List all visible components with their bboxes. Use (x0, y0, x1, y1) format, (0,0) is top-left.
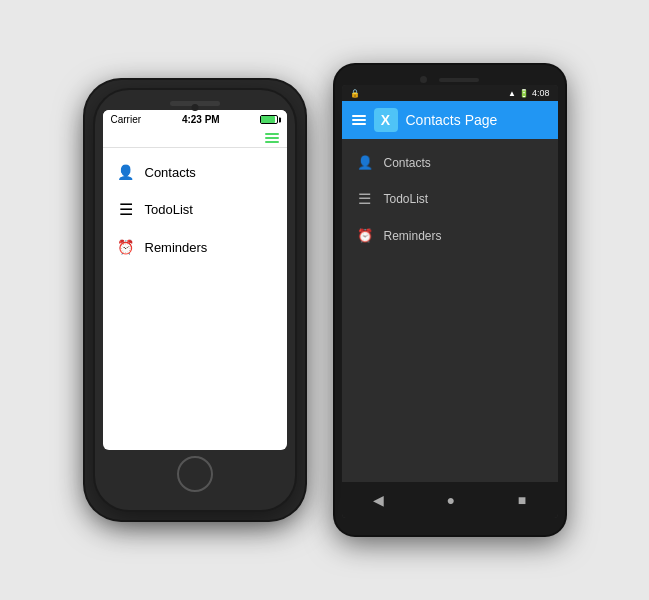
android-battery-icon: 🔋 (519, 89, 529, 98)
android-contacts-label: Contacts (384, 156, 431, 170)
android-screen: 🔒 ▲ 🔋 4:08 X Contacts Page 👤 C (342, 85, 558, 518)
android-home-button[interactable]: ● (437, 490, 465, 510)
android-nav-bar: ◀ ● ■ (342, 482, 558, 518)
ios-contacts-icon: 👤 (117, 164, 135, 180)
android-hamburger-button[interactable] (352, 115, 366, 125)
android-status-left: 🔒 (350, 89, 360, 98)
android-bottom-bar (342, 518, 558, 528)
android-phone: 🔒 ▲ 🔋 4:08 X Contacts Page 👤 C (335, 65, 565, 535)
ios-contacts-label: Contacts (145, 165, 196, 180)
ios-battery-area (260, 115, 278, 124)
ios-reminders-label: Reminders (145, 240, 208, 255)
android-recents-button[interactable]: ■ (508, 490, 536, 510)
android-toolbar-title: Contacts Page (406, 112, 498, 128)
android-speaker (439, 78, 479, 82)
ios-time: 4:23 PM (182, 114, 220, 125)
ios-hamburger-button[interactable] (265, 133, 279, 143)
android-front-camera (420, 76, 427, 83)
hamburger-line-3 (265, 141, 279, 143)
android-menu-item-todolist[interactable]: ☰ TodoList (342, 180, 558, 218)
android-status-right: ▲ 🔋 4:08 (508, 88, 549, 98)
ios-status-bar: Carrier 4:23 PM (103, 110, 287, 129)
hamburger-line-2 (265, 137, 279, 139)
android-reminders-icon: ⏰ (356, 228, 374, 243)
ios-reminders-icon: ⏰ (117, 239, 135, 255)
android-menu-item-contacts[interactable]: 👤 Contacts (342, 145, 558, 180)
ios-screen: Carrier 4:23 PM (103, 110, 287, 450)
ios-home-button[interactable] (177, 456, 213, 492)
android-app-letter: X (381, 112, 390, 128)
ios-menu-item-todolist[interactable]: ☰ TodoList (103, 190, 287, 229)
ios-todolist-label: TodoList (145, 202, 193, 217)
ios-nav-bar (103, 129, 287, 148)
android-hamburger-line-3 (352, 123, 366, 125)
android-contacts-icon: 👤 (356, 155, 374, 170)
ios-menu-list: 👤 Contacts ☰ TodoList ⏰ Reminders (103, 148, 287, 271)
android-top-bar (342, 72, 558, 85)
android-app-icon: X (374, 108, 398, 132)
ios-battery (260, 115, 278, 124)
ios-camera (191, 104, 198, 111)
android-hamburger-line-2 (352, 119, 366, 121)
ios-carrier: Carrier (111, 114, 142, 125)
android-status-bar: 🔒 ▲ 🔋 4:08 (342, 85, 558, 101)
android-todolist-label: TodoList (384, 192, 429, 206)
android-menu-item-reminders[interactable]: ⏰ Reminders (342, 218, 558, 253)
android-hamburger-line-1 (352, 115, 366, 117)
android-todolist-icon: ☰ (356, 190, 374, 208)
android-toolbar: X Contacts Page (342, 101, 558, 139)
ios-phone: Carrier 4:23 PM (85, 80, 305, 520)
android-reminders-label: Reminders (384, 229, 442, 243)
android-content: 👤 Contacts ☰ TodoList ⏰ Reminders (342, 139, 558, 482)
hamburger-line-1 (265, 133, 279, 135)
android-lock-icon: 🔒 (350, 89, 360, 98)
android-time: 4:08 (532, 88, 550, 98)
ios-menu-item-contacts[interactable]: 👤 Contacts (103, 154, 287, 190)
ios-menu-item-reminders[interactable]: ⏰ Reminders (103, 229, 287, 265)
android-back-button[interactable]: ◀ (363, 490, 394, 510)
ios-todolist-icon: ☰ (117, 200, 135, 219)
ios-battery-fill (261, 116, 275, 123)
android-signal-icon: ▲ (508, 89, 516, 98)
